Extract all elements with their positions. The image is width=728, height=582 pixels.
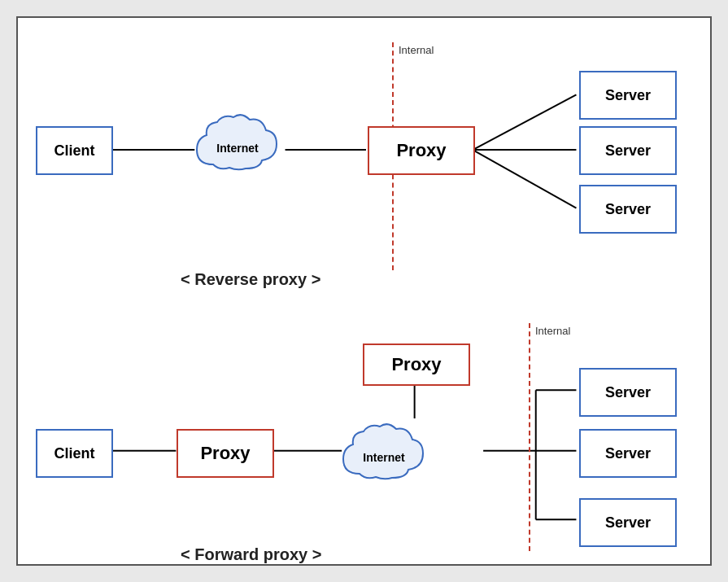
svg-text:Internet: Internet — [216, 142, 259, 155]
forward-server1-box: Server — [579, 368, 677, 417]
forward-proxy-left-box: Proxy — [177, 429, 274, 478]
svg-text:Internet: Internet — [363, 451, 405, 464]
forward-proxy-left-label: Proxy — [200, 443, 250, 464]
reverse-internet-cloud: Internet — [189, 107, 286, 189]
reverse-server3-box: Server — [579, 185, 677, 234]
reverse-proxy-box: Proxy — [368, 126, 475, 175]
svg-line-4 — [473, 150, 576, 208]
diagram-container: Internal Client Internet Proxy Server Se… — [16, 16, 712, 566]
forward-server2-label: Server — [605, 445, 651, 462]
reverse-proxy-caption: < Reverse proxy > — [181, 270, 320, 289]
reverse-client-label: Client — [54, 142, 94, 160]
forward-client-label: Client — [54, 445, 94, 462]
reverse-client-box: Client — [36, 126, 113, 175]
reverse-internal-label: Internal — [399, 44, 434, 56]
reverse-server3-label: Server — [605, 201, 651, 218]
svg-line-2 — [473, 94, 576, 150]
reverse-server1-label: Server — [605, 87, 651, 104]
forward-server3-box: Server — [579, 498, 677, 547]
forward-internet-cloud: Internet — [335, 417, 433, 498]
forward-server2-box: Server — [579, 429, 677, 478]
forward-server1-label: Server — [605, 384, 651, 401]
forward-internal-line — [529, 323, 530, 551]
reverse-server1-box: Server — [579, 71, 677, 120]
reverse-proxy-label: Proxy — [396, 140, 446, 161]
reverse-server2-label: Server — [605, 142, 651, 160]
forward-internal-label: Internal — [535, 325, 570, 337]
forward-server3-label: Server — [605, 514, 651, 532]
forward-proxy-caption: < Forward proxy > — [181, 545, 321, 564]
forward-client-box: Client — [36, 429, 113, 478]
forward-proxy-top-box: Proxy — [363, 344, 470, 386]
reverse-server2-box: Server — [579, 126, 677, 175]
forward-proxy-top-label: Proxy — [391, 354, 441, 375]
